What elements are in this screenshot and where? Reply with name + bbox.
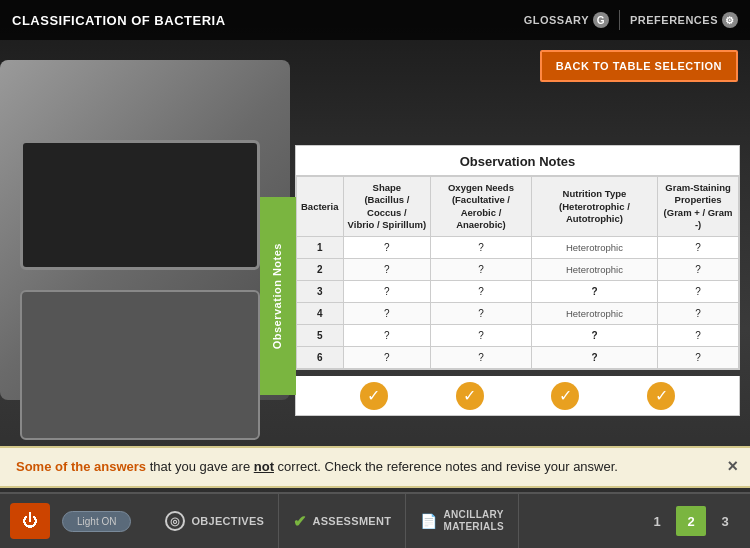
table-row: 6????: [297, 347, 739, 369]
nutrition-cell: Heterotrophic: [531, 259, 657, 281]
header-divider: [619, 10, 620, 30]
page-2[interactable]: 2: [676, 506, 706, 536]
check-icons-row: ✓ ✓ ✓ ✓: [295, 376, 740, 416]
oxygen-cell: ?: [431, 347, 532, 369]
table-row: 2??Heterotrophic?: [297, 259, 739, 281]
col-gram: Gram-StainingProperties(Gram + / Gram -): [658, 177, 739, 237]
gram-cell: ?: [658, 281, 739, 303]
notification-middle: that you gave are: [150, 459, 254, 474]
assessment-label: ASSESSMENT: [312, 515, 391, 527]
light-on-button[interactable]: Light ON: [62, 511, 131, 532]
nutrition-cell: ?: [531, 281, 657, 303]
bacteria-number: 5: [297, 325, 344, 347]
bottom-nav: ◎ OBJECTIVES ✔ ASSESSMENT 📄 ANCILLARYMAT…: [151, 493, 518, 548]
objectives-label: OBJECTIVES: [191, 515, 264, 527]
table-row: 1??Heterotrophic?: [297, 237, 739, 259]
preferences-button[interactable]: PREFERENCES ⚙: [630, 12, 738, 28]
gram-cell: ?: [658, 237, 739, 259]
notification-highlight: Some of the answers: [16, 459, 146, 474]
power-icon: ⏻: [22, 512, 38, 530]
table-row: 3????: [297, 281, 739, 303]
observation-table: Observation Notes Bacteria Shape(Bacillu…: [295, 145, 740, 370]
shape-cell: ?: [343, 347, 431, 369]
oxygen-cell: ?: [431, 237, 532, 259]
back-to-table-button[interactable]: BACK TO TABLE SELECTION: [540, 50, 738, 82]
gram-cell: ?: [658, 259, 739, 281]
assessment-icon: ✔: [293, 512, 306, 531]
bacteria-number: 1: [297, 237, 344, 259]
lab-machine: [0, 60, 290, 400]
oxygen-cell: ?: [431, 259, 532, 281]
notification-bar: Some of the answers that you gave are no…: [0, 446, 750, 488]
objectives-nav[interactable]: ◎ OBJECTIVES: [151, 493, 279, 548]
oxygen-cell: ?: [431, 325, 532, 347]
page-3[interactable]: 3: [710, 506, 740, 536]
gram-cell: ?: [658, 325, 739, 347]
shape-cell: ?: [343, 237, 431, 259]
ancillary-label: ANCILLARYMATERIALS: [444, 509, 504, 533]
notification-suffix: correct. Check the reference notes and r…: [278, 459, 618, 474]
oxygen-cell: ?: [431, 281, 532, 303]
col-bacteria: Bacteria: [297, 177, 344, 237]
assessment-nav[interactable]: ✔ ASSESSMENT: [279, 493, 406, 548]
nutrition-cell: ?: [531, 325, 657, 347]
col-shape: Shape(Bacillus / Coccus /Vibrio / Spiril…: [343, 177, 431, 237]
close-notification-button[interactable]: ×: [727, 454, 738, 479]
col-nutrition: Nutrition Type(Heterotrophic / Autotroph…: [531, 177, 657, 237]
ancillary-materials-nav[interactable]: 📄 ANCILLARYMATERIALS: [406, 493, 519, 548]
nutrition-cell: Heterotrophic: [531, 303, 657, 325]
page-numbers: 1 2 3: [642, 506, 740, 536]
check-nutrition: ✓: [551, 382, 579, 410]
check-shape: ✓: [360, 382, 388, 410]
notification-underline: not: [254, 459, 274, 474]
lab-lower: [20, 290, 260, 440]
nutrition-cell: Heterotrophic: [531, 237, 657, 259]
glossary-icon: G: [593, 12, 609, 28]
bottom-bar: ⏻ Light ON ◎ OBJECTIVES ✔ ASSESSMENT 📄 A…: [0, 492, 750, 548]
gram-cell: ?: [658, 303, 739, 325]
bacteria-number: 4: [297, 303, 344, 325]
glossary-button[interactable]: GLOSSARY G: [524, 12, 609, 28]
lab-screen: [20, 140, 260, 270]
col-oxygen: Oxygen Needs(Facultative / Aerobic /Anae…: [431, 177, 532, 237]
table-row: 5????: [297, 325, 739, 347]
check-oxygen: ✓: [456, 382, 484, 410]
power-button[interactable]: ⏻: [10, 503, 50, 539]
shape-cell: ?: [343, 303, 431, 325]
nutrition-cell: ?: [531, 347, 657, 369]
table-row: 4??Heterotrophic?: [297, 303, 739, 325]
table-title: Observation Notes: [296, 146, 739, 176]
header-controls: GLOSSARY G PREFERENCES ⚙: [524, 10, 738, 30]
data-table: Bacteria Shape(Bacillus / Coccus /Vibrio…: [296, 176, 739, 369]
oxygen-cell: ?: [431, 303, 532, 325]
shape-cell: ?: [343, 325, 431, 347]
header: CLASSIFICATION OF BACTERIA GLOSSARY G PR…: [0, 0, 750, 40]
doc-icon: 📄: [420, 513, 437, 529]
shape-cell: ?: [343, 281, 431, 303]
shape-cell: ?: [343, 259, 431, 281]
observation-notes-label: Observation Notes: [260, 197, 296, 395]
bacteria-number: 3: [297, 281, 344, 303]
app-title: CLASSIFICATION OF BACTERIA: [12, 13, 226, 28]
gram-cell: ?: [658, 347, 739, 369]
check-gram: ✓: [647, 382, 675, 410]
page-1[interactable]: 1: [642, 506, 672, 536]
objectives-icon: ◎: [165, 511, 185, 531]
bacteria-number: 6: [297, 347, 344, 369]
bacteria-number: 2: [297, 259, 344, 281]
gear-icon: ⚙: [722, 12, 738, 28]
